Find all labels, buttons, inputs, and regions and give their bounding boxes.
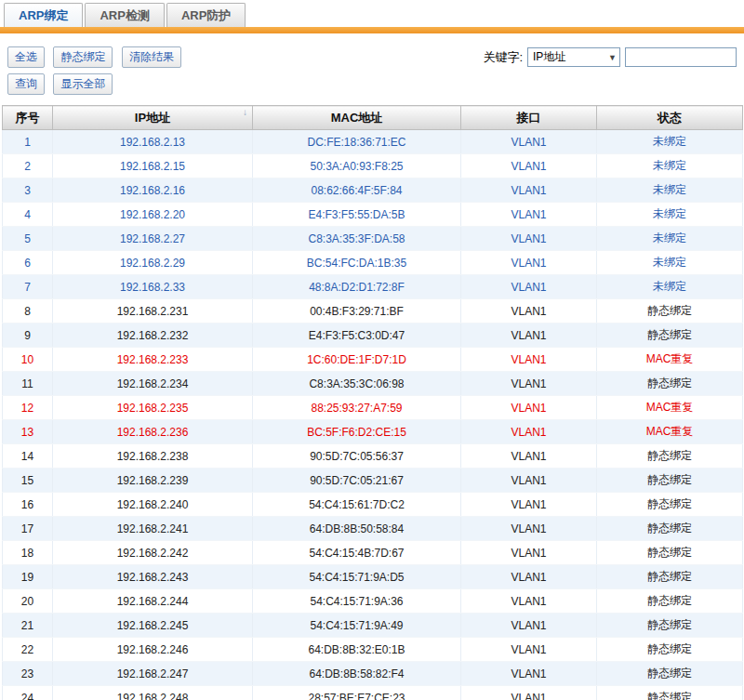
static-bind-button[interactable]: 静态绑定 — [53, 46, 113, 68]
cell-ip: 192.168.2.244 — [53, 589, 253, 614]
header-no[interactable]: 序号 — [3, 106, 53, 130]
header-ip-label: IP地址 — [135, 111, 170, 125]
table-row[interactable]: 21192.168.2.24554:C4:15:71:9A:49VLAN1静态绑… — [3, 614, 743, 638]
cell-mac: E4:F3:F5:C3:0D:47 — [253, 324, 461, 348]
cell-ip: 192.168.2.20 — [53, 203, 253, 227]
table-row[interactable]: 20192.168.2.24454:C4:15:71:9A:36VLAN1静态绑… — [3, 589, 743, 614]
table-row[interactable]: 6192.168.2.29BC:54:FC:DA:1B:35VLAN1未绑定 — [3, 251, 743, 275]
table-row[interactable]: 1192.168.2.13DC:FE:18:36:71:ECVLAN1未绑定 — [3, 130, 743, 154]
table-row[interactable]: 7192.168.2.3348:8A:D2:D1:72:8FVLAN1未绑定 — [3, 275, 743, 299]
table-row[interactable]: 10192.168.2.2331C:60:DE:1F:D7:1DVLAN1MAC… — [3, 348, 743, 372]
cell-ip: 192.168.2.246 — [53, 638, 253, 662]
cell-status: 静态绑定 — [597, 589, 743, 614]
accent-bar — [0, 27, 744, 33]
cell-mac: DC:FE:18:36:71:EC — [253, 130, 461, 154]
cell-status: 未绑定 — [597, 275, 743, 299]
clear-results-button[interactable]: 清除结果 — [122, 46, 181, 68]
cell-ip: 192.168.2.232 — [53, 324, 253, 348]
tab-arp-binding[interactable]: ARP绑定 — [4, 3, 83, 27]
toolbar-buttons: 全选 静态绑定 清除结果 查询 显示全部 — [7, 46, 186, 100]
cell-ip: 192.168.2.243 — [53, 565, 253, 589]
cell-ip: 192.168.2.27 — [53, 227, 253, 251]
table-row[interactable]: 13192.168.2.236BC:5F:F6:D2:CE:15VLAN1MAC… — [3, 420, 743, 444]
cell-no: 18 — [3, 541, 53, 565]
cell-interface: VLAN1 — [461, 227, 597, 251]
header-status[interactable]: 状态 — [597, 106, 743, 130]
cell-no: 15 — [3, 469, 53, 493]
query-button[interactable]: 查询 — [7, 73, 45, 95]
show-all-button[interactable]: 显示全部 — [53, 73, 113, 95]
select-all-button[interactable]: 全选 — [7, 46, 45, 68]
cell-ip: 192.168.2.245 — [53, 614, 253, 638]
cell-status: 未绑定 — [597, 203, 743, 227]
cell-status: 静态绑定 — [597, 372, 743, 396]
cell-status: 静态绑定 — [597, 614, 743, 638]
table-row[interactable]: 4192.168.2.20E4:F3:F5:55:DA:5BVLAN1未绑定 — [3, 203, 743, 227]
keyword-select-value: IP地址 — [533, 49, 565, 65]
table-row[interactable]: 16192.168.2.24054:C4:15:61:7D:C2VLAN1静态绑… — [3, 493, 743, 517]
table-row[interactable]: 23192.168.2.24764:DB:8B:58:82:F4VLAN1静态绑… — [3, 662, 743, 686]
tab-arp-detection[interactable]: ARP检测 — [85, 3, 164, 27]
cell-no: 2 — [3, 154, 53, 178]
tab-arp-protection[interactable]: ARP防护 — [166, 3, 246, 27]
cell-no: 22 — [3, 638, 53, 662]
cell-mac: C8:3A:35:3C:06:98 — [253, 372, 461, 396]
cell-interface: VLAN1 — [461, 396, 597, 420]
keyword-label: 关键字: — [483, 47, 523, 67]
cell-mac: 54:C4:15:71:9A:49 — [253, 614, 461, 638]
table-row[interactable]: 24192.168.2.24828:57:BE:E7:CE:23VLAN1静态绑… — [3, 686, 743, 700]
table-row[interactable]: 18192.168.2.24254:C4:15:4B:7D:67VLAN1静态绑… — [3, 541, 743, 565]
table-row[interactable]: 15192.168.2.23990:5D:7C:05:21:67VLAN1静态绑… — [3, 469, 743, 493]
chevron-down-icon: ▼ — [608, 53, 617, 62]
toolbar: 全选 静态绑定 清除结果 查询 显示全部 关键字: IP地址 ▼ — [0, 33, 744, 100]
header-ip[interactable]: IP地址↓ — [53, 106, 253, 130]
cell-no: 23 — [3, 662, 53, 686]
table-row[interactable]: 8192.168.2.23100:4B:F3:29:71:BFVLAN1静态绑定 — [3, 299, 743, 324]
keyword-input[interactable] — [625, 47, 737, 67]
cell-ip: 192.168.2.242 — [53, 541, 253, 565]
tab-bar: ARP绑定 ARP检测 ARP防护 — [0, 0, 744, 27]
cell-interface: VLAN1 — [461, 420, 597, 444]
header-interface[interactable]: 接口 — [461, 106, 597, 130]
keyword-type-select[interactable]: IP地址 ▼ — [527, 47, 620, 67]
cell-status: 静态绑定 — [597, 493, 743, 517]
table-row[interactable]: 9192.168.2.232E4:F3:F5:C3:0D:47VLAN1静态绑定 — [3, 324, 743, 348]
cell-status: 静态绑定 — [597, 324, 743, 348]
cell-no: 5 — [3, 227, 53, 251]
table-row[interactable]: 5192.168.2.27C8:3A:35:3F:DA:58VLAN1未绑定 — [3, 227, 743, 251]
cell-status: 静态绑定 — [597, 444, 743, 469]
table-row[interactable]: 14192.168.2.23890:5D:7C:05:56:37VLAN1静态绑… — [3, 444, 743, 469]
header-mac[interactable]: MAC地址 — [253, 106, 461, 130]
table-row[interactable]: 2192.168.2.1550:3A:A0:93:F8:25VLAN1未绑定 — [3, 154, 743, 178]
cell-no: 11 — [3, 372, 53, 396]
table-row[interactable]: 17192.168.2.24164:DB:8B:50:58:84VLAN1静态绑… — [3, 517, 743, 541]
cell-no: 16 — [3, 493, 53, 517]
sort-icon: ↓ — [243, 107, 247, 117]
table-row[interactable]: 19192.168.2.24354:C4:15:71:9A:D5VLAN1静态绑… — [3, 565, 743, 589]
cell-status: 静态绑定 — [597, 565, 743, 589]
cell-interface: VLAN1 — [461, 130, 597, 154]
toolbar-row-1: 全选 静态绑定 清除结果 — [7, 46, 186, 68]
cell-interface: VLAN1 — [461, 299, 597, 324]
table-row[interactable]: 22192.168.2.24664:DB:8B:32:E0:1BVLAN1静态绑… — [3, 638, 743, 662]
cell-ip: 192.168.2.233 — [53, 348, 253, 372]
cell-ip: 192.168.2.236 — [53, 420, 253, 444]
cell-interface: VLAN1 — [461, 324, 597, 348]
cell-ip: 192.168.2.15 — [53, 154, 253, 178]
cell-no: 6 — [3, 251, 53, 275]
cell-ip: 192.168.2.240 — [53, 493, 253, 517]
cell-status: 未绑定 — [597, 178, 743, 203]
cell-interface: VLAN1 — [461, 589, 597, 614]
cell-interface: VLAN1 — [461, 638, 597, 662]
table-row[interactable]: 11192.168.2.234C8:3A:35:3C:06:98VLAN1静态绑… — [3, 372, 743, 396]
table-header-row: 序号 IP地址↓ MAC地址 接口 状态 — [3, 106, 743, 130]
cell-status: 静态绑定 — [597, 517, 743, 541]
table-row[interactable]: 12192.168.2.23588:25:93:27:A7:59VLAN1MAC… — [3, 396, 743, 420]
cell-interface: VLAN1 — [461, 203, 597, 227]
cell-mac: 50:3A:A0:93:F8:25 — [253, 154, 461, 178]
cell-ip: 192.168.2.235 — [53, 396, 253, 420]
table-row[interactable]: 3192.168.2.1608:62:66:4F:5F:84VLAN1未绑定 — [3, 178, 743, 203]
cell-status: 静态绑定 — [597, 469, 743, 493]
cell-mac: BC:54:FC:DA:1B:35 — [253, 251, 461, 275]
cell-no: 14 — [3, 444, 53, 469]
